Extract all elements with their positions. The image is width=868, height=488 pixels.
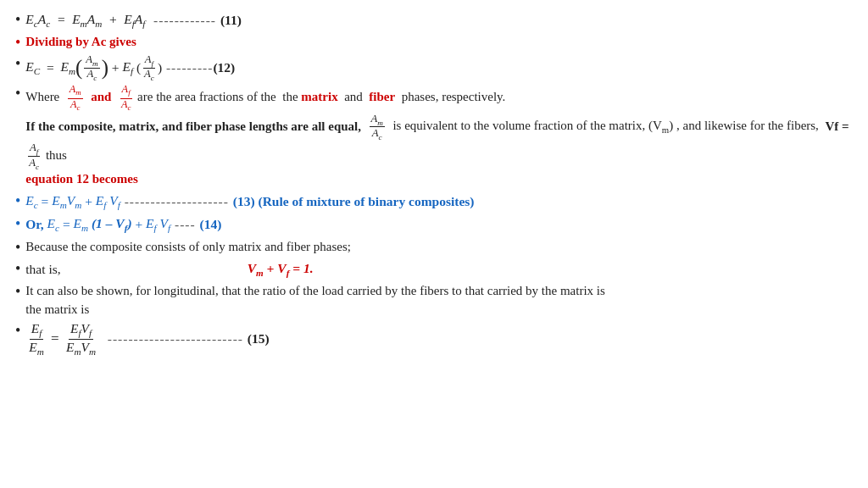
eq14-equals: = — [59, 215, 74, 234]
eq12-frac-am-ac: Am Ac — [84, 54, 99, 81]
eq14-number: (14) — [200, 215, 222, 234]
because-content: Because the composite consists of only m… — [25, 238, 853, 257]
eq13-emvm: EmVm — [52, 191, 81, 212]
eq14-ec: Ec — [47, 214, 59, 235]
itcan-text: It can also be shown, for longitudinal, … — [25, 284, 605, 297]
because-line: • Because the composite consists of only… — [15, 238, 853, 257]
if-frac-am: Am Ac — [370, 113, 385, 141]
eq12-rparen-big: ) — [102, 58, 108, 79]
eq12-number: (12) — [213, 58, 235, 77]
eq12-becomes: equation 12 becomes — [25, 172, 138, 186]
thatis-line: • that is, Vm + Vf = 1. — [15, 259, 853, 280]
fiber-word: fiber — [369, 91, 395, 104]
phases-text: phases, respectively. — [402, 91, 506, 104]
itcan-line: • It can also be shown, for longitudinal… — [15, 282, 853, 319]
bullet-where: • — [15, 85, 20, 103]
eq11-content: EcAc = EmAm + EfAf ------------ (11) — [25, 10, 853, 30]
eq14-dashes: ---- — [170, 215, 199, 234]
eq12-lparen-big: ( — [75, 58, 82, 79]
eq14-plus: + — [132, 215, 147, 234]
eq11-dashes: ------------ — [145, 11, 220, 30]
where-frac-af: Af Ac — [120, 84, 132, 112]
eq11-number: (11) — [220, 11, 242, 30]
eq13-line: • Ec = EmVm + Ef Vf --------------------… — [15, 191, 853, 212]
eq12-ec: EC — [25, 58, 40, 78]
matrix-word: matrix — [301, 91, 337, 104]
itcan-content: It can also be shown, for longitudinal, … — [25, 282, 853, 319]
eq13-ec: Ec — [25, 191, 37, 212]
eq15-dashes: -------------------------- — [99, 330, 248, 348]
bullet-because: • — [15, 239, 20, 257]
vf-frac: Af Ac — [27, 141, 41, 170]
eq11-math: EcAc = EmAm + EfAf — [25, 10, 145, 30]
eq12-dashes: --------- — [162, 58, 213, 77]
eq14-or: Or, — [25, 215, 47, 234]
eq12-lparen2: ( — [133, 58, 141, 77]
where-area-fractions: are the area fractions of the — [137, 91, 276, 104]
eq13-content: Ec = EmVm + Ef Vf -------------------- (… — [25, 191, 853, 212]
eq12-content: EC = Em ( Am Ac ) + Ef ( Af Ac ) -------… — [25, 54, 853, 81]
eq15-equals: = — [47, 329, 63, 350]
eq12-ef: Ef — [122, 58, 133, 78]
eq12-frac-af-ac: Af Ac — [142, 54, 156, 81]
where-line: • Where Am Ac and Af Ac are the area fra… — [15, 84, 853, 189]
vm-plus-vf: Vm + Vf = 1. — [248, 259, 314, 280]
where-word: Where — [25, 91, 63, 104]
thatis-content: that is, Vm + Vf = 1. — [25, 259, 853, 280]
vf-equals: Vf = — [825, 119, 852, 132]
bullet-thatis: • — [15, 260, 20, 278]
bullet-dividing: • — [15, 34, 20, 52]
eq12-plus: + — [108, 58, 123, 77]
eq13-plus: + — [81, 192, 96, 211]
bullet-eq12: • — [15, 55, 20, 73]
eq15-frac-right: EfVf EmVm — [64, 321, 97, 357]
dividing-content: Dividing by Ac gives — [25, 33, 853, 52]
eq13-dashes: -------------------- — [120, 192, 233, 211]
eq14-efvf: Ef Vf — [146, 214, 170, 235]
eq15-content: Ef Em = EfVf EmVm ----------------------… — [25, 321, 853, 357]
eq13-efvf: Ef Vf — [96, 191, 120, 212]
eq15-line: • Ef Em = EfVf EmVm --------------------… — [15, 321, 853, 357]
thus-text: thus — [46, 148, 67, 162]
eq14-em1vf: Em (1 – Vf) — [74, 214, 132, 235]
dividing-line: • Dividing by Ac gives — [15, 33, 853, 52]
eq13-number-rule: (13) (Rule of mixture of binary composit… — [233, 192, 475, 211]
bullet-eq15: • — [15, 322, 20, 340]
eq13-equals: = — [38, 192, 53, 211]
bullet-itcan: • — [15, 283, 20, 301]
where-frac-am: Am Ac — [68, 84, 83, 112]
bullet-eq13: • — [15, 192, 20, 210]
eq14-content: Or, Ec = Em (1 – Vf) + Ef Vf ---- (14) — [25, 214, 853, 235]
bullet-eq11: • — [15, 11, 20, 29]
and-fiber: and — [344, 91, 365, 104]
eq15-number: (15) — [248, 330, 270, 348]
eq12-em: Em — [60, 58, 75, 78]
where-and: and — [87, 91, 114, 104]
eq15-frac-left: Ef Em — [27, 321, 46, 357]
eq12-equals: = — [40, 58, 60, 77]
eq14-line: • Or, Ec = Em (1 – Vf) + Ef Vf ---- (14) — [15, 214, 853, 235]
if-composite-text: If the composite, matrix, and fiber phas… — [25, 119, 364, 132]
is-equiv-text: is equivalent to the volume fraction of … — [390, 119, 822, 132]
where-content: Where Am Ac and Af Ac are the area fract… — [25, 84, 853, 189]
eq12-line: • EC = Em ( Am Ac ) + Ef ( Af Ac ) -----… — [15, 54, 853, 81]
bullet-eq14: • — [15, 215, 20, 233]
eq11-line: • EcAc = EmAm + EfAf ------------ (11) — [15, 10, 853, 30]
itcan-text2: the matrix is — [25, 302, 89, 316]
thatis-label: that is, — [25, 260, 60, 279]
